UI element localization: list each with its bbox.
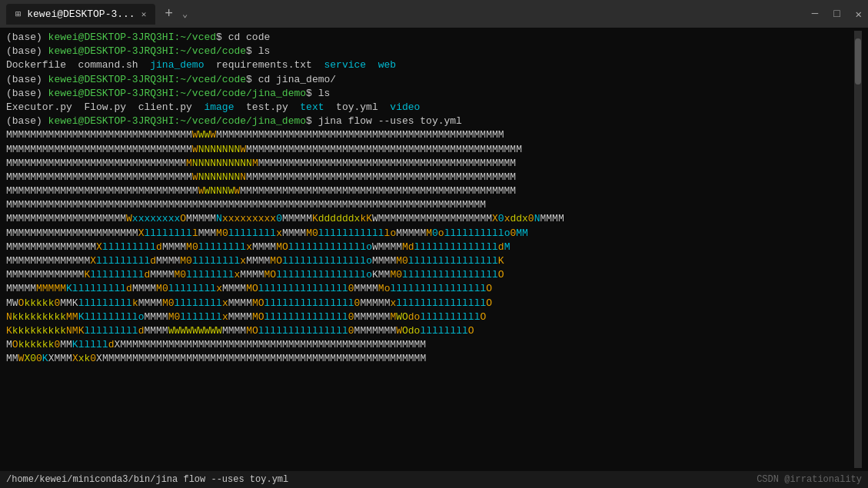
- ascii-9: MMMMMMMMMMMMMMMXllllllllldMMMMM0llllllll…: [6, 241, 854, 254]
- ascii-2: MMMMMMMMMMMMMMMMMMMMMMMMMMMMMMMWNNNNNNNW…: [6, 143, 854, 157]
- ascii-6: MMMMMMMMMMMMMMMMMMMMMMMMMMMMMMMMMMMMMMMM…: [6, 198, 854, 212]
- ascii-8: MMMMMMMMMMMMMMMMMMMMMMXlllllllllMMMM0lll…: [6, 227, 854, 241]
- minimize-button[interactable]: ─: [812, 8, 818, 21]
- titlebar: ⊞ kewei@DESKTOP-3... ✕ + ⌄ ─ □ ✕: [0, 0, 868, 28]
- cmd-line-4: (base) kewei@DESKTOP-3JRQ3HI:~/vced/code…: [6, 87, 854, 101]
- ascii-14: NkkkkkkkkkMMKllllllllloMMMMM0lllllllxMMM…: [6, 310, 854, 324]
- ascii-13: MWOkkkkk0MMKlllllllllkMMMMM0llllllllxMMM…: [6, 297, 854, 310]
- cmd-line-2: (base) kewei@DESKTOP-3JRQ3HI:~/vced/code…: [6, 45, 854, 58]
- ascii-17: MMWX00KXMMMXxk0XMMMMMMMMMMMMMMMMMMMMMMMM…: [6, 352, 854, 366]
- ls-output-2: Executor.py Flow.py client.py image test…: [6, 101, 854, 115]
- bottom-bar: /home/kewei/miniconda3/bin/jina flow --u…: [0, 471, 868, 488]
- tab-label: kewei@DESKTOP-3...: [27, 8, 135, 20]
- ascii-3: MMMMMMMMMMMMMMMMMMMMMMMMMMMMMMMNNNNNNNNN…: [6, 157, 854, 171]
- ascii-5: MMMMMMMMMMMMMMMMMMMMMMMMMMMMMMMMWWNNNWWM…: [6, 184, 854, 198]
- new-tab-button[interactable]: +: [161, 6, 176, 22]
- window-controls: ─ □ ✕: [812, 8, 862, 21]
- terminal-window: ⊞ kewei@DESKTOP-3... ✕ + ⌄ ─ □ ✕ (base) …: [0, 0, 868, 488]
- bottom-path: /home/kewei/miniconda3/bin/jina flow --u…: [6, 474, 288, 485]
- csdn-watermark: CSDN @irrationality: [757, 474, 862, 485]
- scrollbar[interactable]: [854, 31, 862, 468]
- ascii-12: MMMMMMMMMMKllllllllldMMMMM0llllllllxMMMM…: [6, 282, 854, 296]
- ascii-15: KkkkkkkkkkNMKllllllllldMMMMWWWWWWWWWMMMM…: [6, 324, 854, 338]
- ascii-16: MOkkkkkk0MMKllllldXMMMMMMMMMMMMMMMMMMMMM…: [6, 338, 854, 352]
- ascii-11: MMMMMMMMMMMMMKllllllllldMMMMM0llllllllxM…: [6, 268, 854, 282]
- terminal-tab[interactable]: ⊞ kewei@DESKTOP-3... ✕: [6, 4, 155, 25]
- ascii-7: MMMMMMMMMMMMMMMMMMMMWxxxxxxxxOMMMMMNxxxx…: [6, 212, 854, 226]
- cmd-line-1: (base) kewei@DESKTOP-3JRQ3HI:~/vced$ cd …: [6, 31, 854, 45]
- ascii-10: MMMMMMMMMMMMMMXllllllllldMMMMM0llllllllx…: [6, 254, 854, 268]
- cmd-line-5: (base) kewei@DESKTOP-3JRQ3HI:~/vced/code…: [6, 115, 854, 128]
- ls-output-1: Dockerfile command.sh jina_demo requirem…: [6, 58, 854, 72]
- tab-close-button[interactable]: ✕: [141, 9, 147, 19]
- scrollbar-thumb[interactable]: [855, 38, 861, 85]
- terminal-content: (base) kewei@DESKTOP-3JRQ3HI:~/vced$ cd …: [6, 31, 854, 468]
- ascii-4: MMMMMMMMMMMMMMMMMMMMMMMMMMMMMMMWNNNNNNNN…: [6, 171, 854, 184]
- ascii-1: MMMMMMMMMMMMMMMMMMMMMMMMMMMMMMMWWWWMMMMM…: [6, 128, 854, 142]
- terminal-body[interactable]: (base) kewei@DESKTOP-3JRQ3HI:~/vced$ cd …: [0, 28, 868, 471]
- close-button[interactable]: ✕: [856, 8, 862, 21]
- terminal-icon: ⊞: [15, 8, 21, 20]
- maximize-button[interactable]: □: [833, 8, 840, 21]
- cmd-line-3: (base) kewei@DESKTOP-3JRQ3HI:~/vced/code…: [6, 73, 854, 87]
- dropdown-button[interactable]: ⌄: [182, 8, 188, 20]
